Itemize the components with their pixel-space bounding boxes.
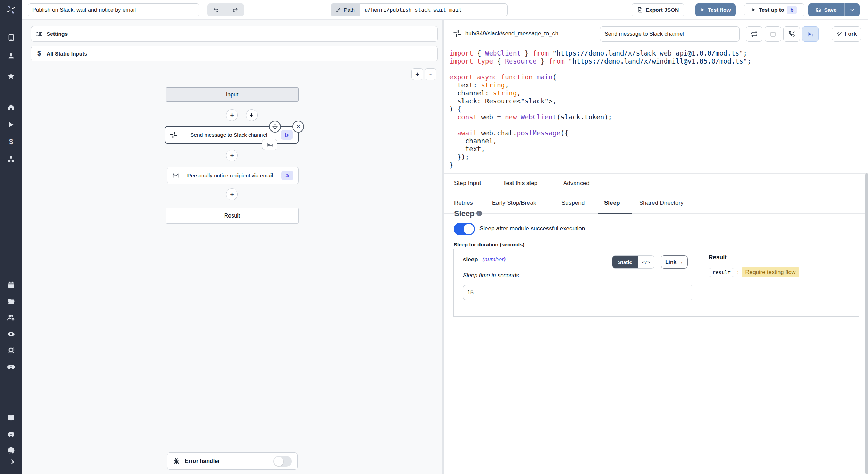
move-node-button[interactable] (269, 121, 281, 133)
flow-title-input[interactable] (28, 3, 199, 16)
export-json-label: Export JSON (646, 7, 679, 13)
discord-icon[interactable] (6, 430, 16, 439)
github-icon[interactable] (6, 446, 16, 455)
code-mode-button[interactable]: </> (638, 256, 654, 268)
retries-icon-button[interactable] (746, 26, 762, 42)
toggle-knob (464, 224, 474, 234)
tab-step-input[interactable]: Step Input (454, 180, 481, 187)
windmill-logo-icon[interactable] (6, 5, 16, 15)
zoom-out-button[interactable]: - (425, 68, 436, 80)
tab-advanced[interactable]: Advanced (563, 180, 590, 187)
flow-canvas-pane: Settings $ All Static Inputs + - Input +… (22, 20, 442, 474)
sidebar-divider (0, 20, 22, 20)
workspace-building-icon[interactable] (6, 33, 16, 42)
path-button-label: Path (344, 7, 355, 13)
result-preview-row: result : Require testing flow (709, 267, 799, 277)
fork-button[interactable]: Fork (832, 26, 861, 42)
subtab-shared-directory[interactable]: Shared Directory (639, 200, 684, 206)
input-node-label: Input (226, 92, 239, 98)
redo-button[interactable] (226, 3, 244, 16)
step-tabs-row: Step Input Test this step Advanced (444, 173, 868, 194)
flow-node-result[interactable]: Result (166, 208, 299, 224)
node-sleep-indicator-button[interactable] (262, 139, 277, 150)
result-separator: : (737, 269, 738, 275)
favorites-star-icon[interactable] (6, 71, 16, 81)
static-code-toggle-group: Static </> (612, 255, 654, 269)
subtab-early-stop-break[interactable]: Early Stop/Break (492, 200, 536, 206)
settings-gear-icon[interactable] (6, 345, 16, 355)
tab-test-this-step[interactable]: Test this step (503, 180, 537, 187)
test-flow-label: Test flow (708, 7, 731, 13)
user-icon[interactable] (6, 51, 16, 61)
email-node-id-badge: a (281, 171, 293, 180)
export-json-button[interactable]: Export JSON (632, 3, 684, 16)
path-button[interactable]: Path (331, 3, 360, 16)
folders-icon[interactable] (6, 297, 16, 306)
step-name-input[interactable] (600, 26, 740, 42)
static-mode-button[interactable]: Static (612, 256, 638, 268)
workers-robot-icon[interactable] (6, 362, 16, 372)
result-node-label: Result (224, 213, 240, 219)
subtab-sleep[interactable]: Sleep (604, 200, 620, 206)
link-button[interactable]: Link → (661, 255, 688, 269)
flow-settings-bar[interactable]: Settings (31, 26, 438, 42)
variables-dollar-icon[interactable]: $ (6, 137, 16, 146)
audit-eye-icon[interactable] (6, 329, 16, 339)
schedules-calendar-icon[interactable] (6, 280, 16, 290)
home-icon[interactable] (6, 102, 16, 112)
flow-path-input[interactable] (360, 3, 508, 16)
hub-script-path[interactable]: hub/849/slack/send_message_to_ch... (465, 30, 563, 37)
subtab-suspend[interactable]: Suspend (561, 200, 585, 206)
phone-incoming-icon (788, 31, 795, 37)
flow-node-email[interactable]: Personally notice recipient via email a (167, 167, 299, 184)
save-label: Save (824, 7, 836, 13)
sleep-field-type: (number) (482, 256, 506, 262)
delete-node-button[interactable]: × (292, 121, 304, 133)
sleep-seconds-input[interactable] (463, 285, 693, 300)
suspend-icon-button[interactable] (783, 26, 800, 42)
error-handler-toggle[interactable] (273, 456, 292, 467)
email-node-label: Personally notice recipient via email (183, 172, 277, 179)
flow-node-error-handler[interactable]: Error handler (167, 452, 298, 470)
resources-cubes-icon[interactable] (6, 154, 16, 164)
move-cross-icon (272, 124, 278, 130)
stop-square-icon (770, 31, 776, 37)
repeat-icon (751, 31, 758, 37)
test-up-to-label: Test up to (759, 7, 784, 13)
sleep-field-description: Sleep time in seconds (463, 272, 519, 279)
trigger-bolt-button[interactable] (246, 109, 258, 121)
sleep-icon-button[interactable] (802, 26, 819, 42)
sidebar-divider (0, 456, 22, 456)
code-editor[interactable]: import { WebClient } from "https://deno.… (444, 46, 865, 173)
sidebar-divider (0, 91, 22, 91)
test-flow-button[interactable]: Test flow (695, 3, 736, 16)
slack-node-id-badge: b (281, 130, 293, 140)
groups-users-gear-icon[interactable] (6, 313, 16, 322)
vertical-scrollbar[interactable] (865, 173, 868, 474)
undo-redo-group (207, 3, 244, 16)
zoom-in-button[interactable]: + (411, 68, 423, 80)
save-button[interactable]: Save (808, 3, 844, 16)
test-up-to-step-badge: b (787, 6, 797, 14)
all-static-inputs-bar[interactable]: $ All Static Inputs (31, 46, 438, 61)
insert-step-button[interactable]: + (226, 150, 238, 161)
test-up-to-button[interactable]: Test up to b (744, 3, 804, 16)
insert-step-button[interactable]: + (226, 188, 238, 200)
save-dropdown-button[interactable] (844, 3, 860, 16)
toggle-knob (274, 457, 283, 466)
bug-icon (173, 458, 180, 465)
sleep-enable-toggle[interactable] (454, 223, 475, 235)
early-stop-icon-button[interactable] (765, 26, 781, 42)
collapse-arrow-right-icon[interactable] (6, 457, 16, 467)
info-circle-icon[interactable]: i (476, 211, 482, 216)
subtab-retries[interactable]: Retries (454, 200, 473, 206)
runs-play-icon[interactable] (6, 120, 16, 129)
sidebar: $ (0, 0, 22, 474)
sleep-toggle-label: Sleep after module successful execution (479, 225, 585, 232)
insert-step-button[interactable]: + (226, 109, 238, 121)
save-floppy-icon (816, 7, 821, 12)
pane-resize-handle[interactable] (442, 20, 444, 474)
flow-node-input[interactable]: Input (166, 87, 299, 102)
undo-button[interactable] (207, 3, 226, 16)
docs-book-icon[interactable] (6, 413, 16, 423)
